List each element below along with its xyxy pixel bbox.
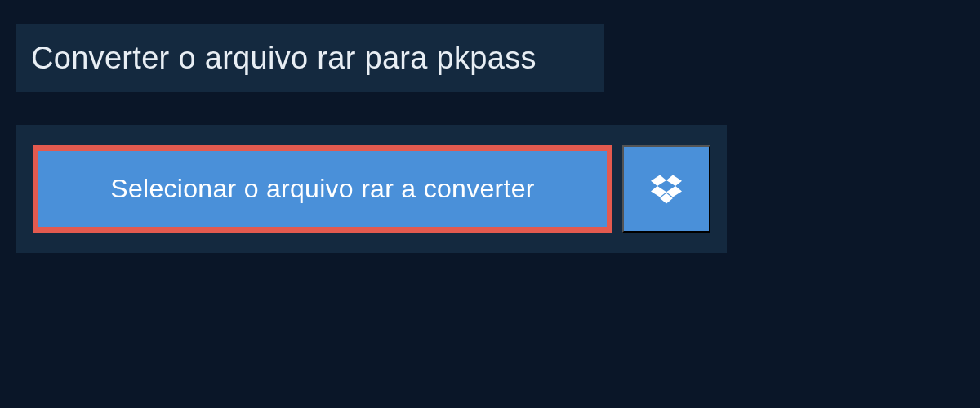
dropbox-icon bbox=[651, 175, 682, 204]
upload-section: Selecionar o arquivo rar a converter bbox=[16, 125, 727, 253]
main-container: Converter o arquivo rar para pkpass Sele… bbox=[0, 0, 980, 277]
select-file-button[interactable]: Selecionar o arquivo rar a converter bbox=[33, 145, 612, 233]
dropbox-button[interactable] bbox=[622, 145, 710, 233]
title-panel: Converter o arquivo rar para pkpass bbox=[16, 24, 604, 92]
page-title: Converter o arquivo rar para pkpass bbox=[31, 41, 590, 76]
